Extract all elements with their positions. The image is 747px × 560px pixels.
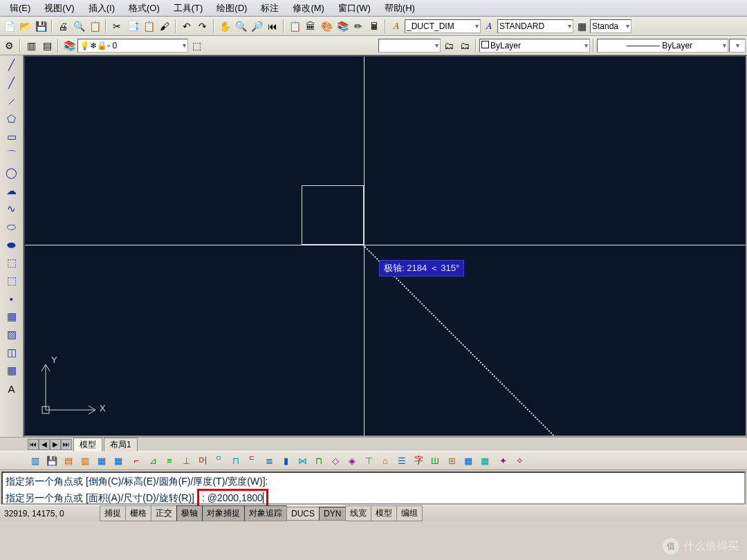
properties-icon[interactable]: 📋 [287,19,302,34]
status-lwt[interactable]: 线宽 [345,505,371,521]
textstyle-dropdown[interactable]: STANDARD▾ [497,19,573,33]
ellipsearc-icon[interactable]: ⬬ [3,236,20,253]
region-icon[interactable]: ◫ [3,344,20,361]
layer-dropdown[interactable]: 💡❄🔒▫ 0▾ [77,39,188,53]
hvac-icon-10[interactable]: ⊥ [178,454,194,467]
hvac-icon-9[interactable]: ≡ [162,454,177,467]
menu-modify[interactable]: 修改(M) [286,1,331,16]
drawing-canvas[interactable]: 极轴: 2184 ＜ 315° Y X [24,55,747,437]
zoom-realtime-icon[interactable]: 🔍 [233,19,248,34]
tablestyle-dropdown[interactable]: Standa▾ [590,19,631,33]
hvac-icon-8[interactable]: ⊿ [145,454,160,467]
undo-icon[interactable]: ↶ [179,19,194,34]
hvac-icon-30[interactable]: ✧ [512,454,527,467]
publish-icon[interactable]: 📋 [87,19,102,34]
textstyle-icon[interactable]: 𝐴 [481,19,497,34]
hvac-icon-21[interactable]: ⊤ [361,454,376,467]
status-otrack[interactable]: 对象追踪 [244,505,287,521]
paste-icon[interactable]: 📋 [141,19,156,34]
hvac-icon-18[interactable]: ⊓ [311,454,326,467]
hvac-icon-1[interactable]: ▥ [28,454,43,467]
rectangle-icon[interactable]: ▭ [3,129,20,145]
menu-format[interactable]: 格式(O) [122,1,167,16]
revcloud-icon[interactable]: ☁ [3,183,20,199]
tab-last-icon[interactable]: ⏭ [61,439,72,450]
menu-view[interactable]: 视图(V) [37,1,81,16]
hvac-icon-17[interactable]: ⋈ [295,454,310,467]
tab-next-icon[interactable]: ▶ [50,439,61,450]
circle-icon[interactable]: ◯ [3,165,20,181]
layermanager-icon[interactable]: ▥ [24,38,39,53]
tab-prev-icon[interactable]: ◀ [39,439,50,450]
insertblock-icon[interactable]: ⬚ [3,254,20,271]
hvac-icon-3[interactable]: ▤ [61,454,76,467]
aux-dropdown-1[interactable]: ▾ [378,39,441,53]
hvac-icon-2[interactable]: 💾 [44,454,59,467]
sheetset-icon[interactable]: 📚 [335,19,350,34]
hvac-icon-29[interactable]: ✦ [495,454,510,467]
command-input[interactable]: @2000,1800 [208,492,263,503]
toolpalette-icon[interactable]: 🎨 [319,19,334,34]
hvac-icon-24[interactable]: 字 [411,454,426,467]
hatch-icon[interactable]: ▦ [3,308,20,325]
save-icon[interactable]: 💾 [33,19,48,34]
print-icon[interactable]: 🖨 [55,19,71,34]
layermatch-icon[interactable]: ⬚ [189,38,204,53]
tab-first-icon[interactable]: ⏮ [28,439,39,450]
layeriso-icon[interactable]: 🗂 [457,38,472,53]
hvac-icon-14[interactable]: ᄃ [245,454,260,467]
hvac-icon-11[interactable]: 머 [195,454,210,467]
hvac-icon-20[interactable]: ◈ [344,454,360,467]
menu-insert[interactable]: 插入(I) [82,1,122,16]
pan-icon[interactable]: ✋ [217,19,232,34]
layerstate-icon[interactable]: 📚 [62,38,77,53]
hvac-icon-15[interactable]: ≣ [261,454,277,467]
status-group[interactable]: 编组 [396,505,423,521]
zoom-window-icon[interactable]: 🔎 [249,19,264,34]
status-snap[interactable]: 捕捉 [100,505,126,521]
status-dyn[interactable]: DYN [319,507,346,521]
matchprop-icon[interactable]: 🖌 [157,19,172,34]
zoom-prev-icon[interactable]: ⏮ [265,19,280,34]
hvac-icon-19[interactable]: ◇ [328,454,343,467]
hvac-icon-4[interactable]: ▥ [77,454,93,467]
hvac-icon-25[interactable]: Ш [427,454,443,467]
status-coords[interactable]: 32919, 14175, 0 [3,509,100,519]
makeblock-icon[interactable]: ⬚ [3,272,20,289]
dimstyle-icon[interactable]: 𝐴 [389,19,404,34]
layerprev-icon[interactable]: ▤ [39,38,55,53]
status-polar[interactable]: 极轴 [176,505,203,521]
preview-icon[interactable]: 🔍 [71,19,86,34]
hvac-icon-12[interactable]: ᄆ [212,454,227,467]
polygon-icon[interactable]: ⬠ [3,111,20,127]
arc-icon[interactable]: ⌒ [3,147,20,163]
hvac-icon-16[interactable]: ▮ [278,454,293,467]
hvac-icon-5[interactable]: ▦ [94,454,109,467]
line-icon[interactable]: ╱ [3,57,20,73]
cui-icon[interactable]: ⚙ [1,38,17,53]
menu-tools[interactable]: 工具(T) [167,1,210,16]
status-ducs[interactable]: DUCS [286,507,320,521]
point-icon[interactable]: • [3,290,20,307]
hvac-icon-7[interactable]: ⌐ [129,454,144,467]
tab-model[interactable]: 模型 [73,438,102,451]
menu-help[interactable]: 帮助(H) [378,1,422,16]
hvac-icon-6[interactable]: ▦ [111,454,126,467]
dimstyle-dropdown[interactable]: _DUCT_DIM▾ [405,19,481,33]
gradient-icon[interactable]: ▨ [3,326,20,343]
menu-window[interactable]: 窗口(W) [331,1,378,16]
polyline-icon[interactable]: ⟋ [3,93,20,109]
tab-layout1[interactable]: 布局1 [104,438,138,451]
new-icon[interactable]: 📄 [1,19,17,34]
cut-icon[interactable]: ✂ [109,19,124,34]
spline-icon[interactable]: ∿ [3,200,20,217]
markup-icon[interactable]: ✏ [351,19,366,34]
status-osnap[interactable]: 对象捕捉 [202,505,245,521]
status-model[interactable]: 模型 [371,505,397,521]
menu-edit[interactable]: 辑(E) [3,1,37,16]
table-icon[interactable]: ▦ [3,362,20,379]
color-dropdown[interactable]: ByLayer▾ [479,39,590,53]
mtext-icon[interactable]: A [3,380,20,397]
copy-icon[interactable]: 📑 [125,19,140,34]
redo-icon[interactable]: ↷ [195,19,210,34]
